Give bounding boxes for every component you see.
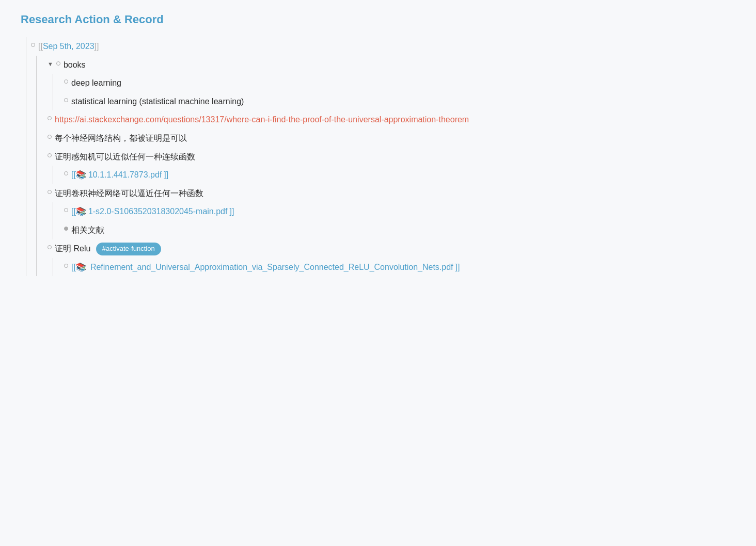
item-meigedoc-bullet [48, 135, 52, 139]
pdf-link-1[interactable]: [[📚 1-s2.0-S1063520318302045-main.pdf]] [71, 205, 735, 218]
item-juanji-text: 证明卷积神经网络可以逼近任何一种函数 [55, 187, 735, 200]
date-item: [[Sep 5th, 2023]] ▼ books dee [31, 37, 735, 276]
pdf-bracket-close-0: ]] [164, 168, 168, 182]
pdf-row-1: [[📚 1-s2.0-S1063520318302045-main.pdf]] [64, 202, 735, 221]
date-row: [[Sep 5th, 2023]] [31, 37, 735, 56]
pdf-name-1[interactable]: 1-s2.0-S1063520318302045-main.pdf [88, 205, 228, 218]
pdf-bracket-close-2: ]] [455, 261, 460, 274]
date-text[interactable]: Sep 5th, 2023 [43, 42, 94, 51]
url-item: https://ai.stackexchange.com/questions/1… [48, 110, 735, 129]
pdf-link-2[interactable]: [[📚 Refinement_and_Universal_Approximati… [71, 261, 735, 274]
date-children: ▼ books deep learning [31, 56, 735, 277]
pdf-bullet-1 [64, 208, 68, 212]
item-ganzhi-bullet [48, 153, 52, 157]
ganzhi-children: [[📚 10.1.1.441.7873.pdf]] [48, 166, 735, 184]
page-title-row: Research Action & Record [21, 10, 735, 37]
book-bullet-1 [64, 98, 68, 102]
pdf-bracket-close-1: ]] [229, 205, 234, 218]
page-title: Research Action & Record [21, 13, 164, 26]
relu-children: [[📚 Refinement_and_Universal_Approximati… [48, 258, 735, 277]
pdf-item-2: [[📚 Refinement_and_Universal_Approximati… [64, 258, 735, 277]
pdf-bracket-open-0: [[📚 [71, 168, 86, 182]
pdf-bracket-open-2: [[📚 [71, 261, 86, 274]
item-relu-text: 证明 Relu #activate-function [55, 242, 735, 255]
item-relu-bullet [48, 245, 52, 249]
pdf-row-0: [[📚 10.1.1.441.7873.pdf]] [64, 166, 735, 184]
pdf-name-2[interactable]: Refinement_and_Universal_Approximation_v… [90, 261, 453, 274]
item-juanji: 证明卷积神经网络可以逼近任何一种函数 [[📚 1-s2.0-S106352031… [48, 184, 735, 239]
book-item-0: deep learning [64, 74, 735, 92]
related-row: 相关文献 [64, 221, 735, 239]
url-link[interactable]: https://ai.stackexchange.com/questions/1… [55, 113, 735, 126]
book-bullet-0 [64, 79, 68, 84]
book-row-1: statistical learning (statistical machin… [64, 92, 735, 111]
books-label: books [64, 58, 735, 72]
book-item-1: statistical learning (statistical machin… [64, 92, 735, 111]
pdf-row-2: [[📚 Refinement_and_Universal_Approximati… [64, 258, 735, 277]
books-children: deep learning statistical learning (stat… [48, 74, 735, 110]
root-list: [[Sep 5th, 2023]] ▼ books dee [21, 37, 735, 276]
pdf-link-0[interactable]: [[📚 10.1.1.441.7873.pdf]] [71, 168, 735, 182]
item-meigedoc-text: 每个神经网络结构，都被证明是可以 [55, 132, 735, 145]
item-juanji-bullet [48, 190, 52, 194]
tag-badge[interactable]: #activate-function [96, 243, 161, 255]
book-text-0: deep learning [71, 76, 735, 90]
related-item: 相关文献 [64, 221, 735, 239]
related-text: 相关文献 [71, 223, 735, 237]
pdf-bracket-open-1: [[📚 [71, 205, 86, 218]
book-row-0: deep learning [64, 74, 735, 92]
pdf-bullet-0 [64, 171, 68, 175]
books-row: ▼ books [48, 56, 735, 74]
books-toggle[interactable]: ▼ [48, 61, 53, 67]
books-bullet [56, 61, 60, 66]
item-meigedoc: 每个神经网络结构，都被证明是可以 [48, 129, 735, 148]
books-item: ▼ books deep learning [48, 56, 735, 111]
open-bracket: [[ [38, 42, 43, 51]
book-text-1: statistical learning (statistical machin… [71, 95, 735, 108]
item-relu: 证明 Relu #activate-function [[📚 Refinemen… [48, 239, 735, 277]
close-bracket: ]] [94, 42, 99, 51]
pdf-bullet-2 [64, 264, 68, 268]
item-relu-row: 证明 Relu #activate-function [48, 239, 735, 258]
date-link[interactable]: [[Sep 5th, 2023]] [38, 40, 735, 53]
pdf-item-0: [[📚 10.1.1.441.7873.pdf]] [64, 166, 735, 184]
url-bullet [48, 116, 52, 120]
item-meigedoc-row: 每个神经网络结构，都被证明是可以 [48, 129, 735, 148]
url-row: https://ai.stackexchange.com/questions/1… [48, 110, 735, 129]
item-ganzhi: 证明感知机可以近似任何一种连续函数 [[📚 10.1.1.441.7873.pd… [48, 148, 735, 184]
juanji-children: [[📚 1-s2.0-S1063520318302045-main.pdf]] … [48, 202, 735, 239]
item-ganzhi-text: 证明感知机可以近似任何一种连续函数 [55, 150, 735, 164]
date-bullet [31, 43, 35, 47]
item-juanji-row: 证明卷积神经网络可以逼近任何一种函数 [48, 184, 735, 203]
item-ganzhi-row: 证明感知机可以近似任何一种连续函数 [48, 148, 735, 166]
pdf-item-1: [[📚 1-s2.0-S1063520318302045-main.pdf]] [64, 202, 735, 221]
relu-text-content: 证明 Relu [55, 244, 90, 253]
pdf-name-0[interactable]: 10.1.1.441.7873.pdf [88, 168, 162, 182]
related-bullet [64, 227, 68, 231]
